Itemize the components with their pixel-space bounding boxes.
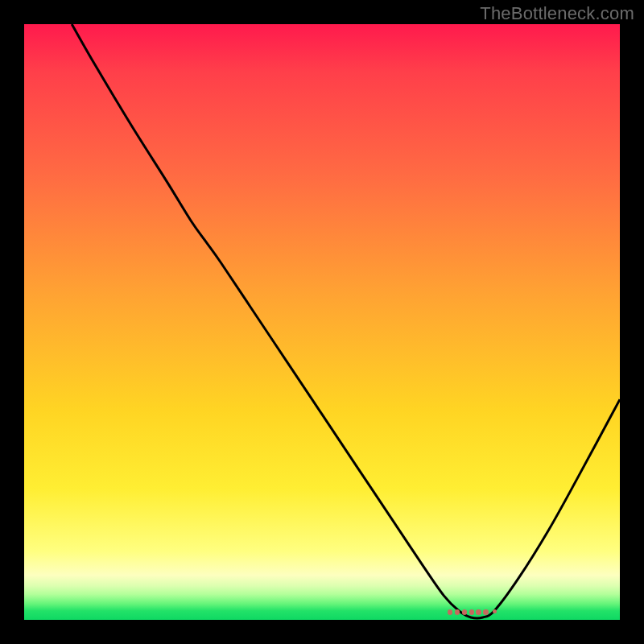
plot-area [24, 24, 620, 620]
bottleneck-curve [24, 24, 620, 620]
chart-frame: TheBottleneck.com [0, 0, 644, 644]
watermark-text: TheBottleneck.com [480, 3, 634, 24]
curve-path [72, 24, 620, 618]
